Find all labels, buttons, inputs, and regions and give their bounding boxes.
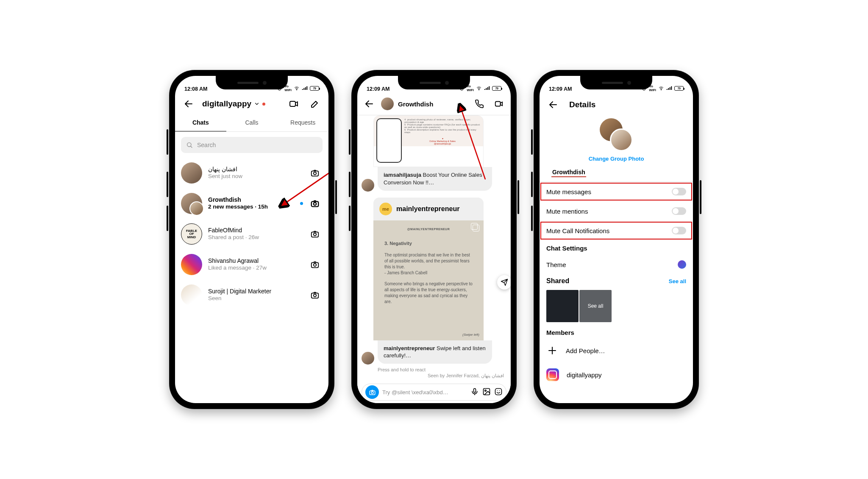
svg-rect-2 — [290, 101, 295, 106]
avatar — [181, 254, 202, 275]
chat-item[interactable]: افشان پنهانSent just now — [181, 158, 323, 188]
toggle[interactable] — [672, 207, 686, 215]
repost-avatar: me — [379, 203, 392, 215]
group-photo[interactable] — [600, 118, 633, 151]
instagram-logo-icon — [546, 368, 559, 381]
camera-icon[interactable] — [307, 165, 323, 181]
video-call-icon[interactable] — [491, 96, 506, 111]
share-fab[interactable] — [497, 275, 511, 290]
setting-mute-mentions[interactable]: Mute mentions — [540, 201, 693, 221]
status-time: 12:09 AM — [367, 86, 389, 92]
section-members: Members — [540, 325, 693, 339]
sticker-icon[interactable] — [494, 387, 503, 397]
avatar — [181, 284, 202, 306]
dm-header: digitallyappy — [175, 93, 328, 114]
plus-icon — [546, 345, 558, 356]
change-group-photo[interactable]: Change Group Photo — [540, 153, 693, 168]
section-shared: Shared — [546, 277, 569, 285]
back-icon[interactable] — [362, 96, 377, 111]
gallery-icon[interactable] — [482, 387, 491, 397]
group-name[interactable]: Growthdish — [551, 168, 586, 177]
react-hint: Press and hold to react — [357, 365, 511, 372]
tab-requests[interactable]: Requests — [277, 114, 328, 131]
seen-by: Seen by Jennifer Farzad, افشان پنهان — [357, 372, 511, 381]
svg-rect-20 — [474, 388, 476, 392]
camera-icon[interactable] — [307, 196, 323, 211]
audio-call-icon[interactable] — [472, 96, 487, 111]
chevron-down-icon — [254, 101, 260, 107]
see-all-link[interactable]: See all — [669, 278, 686, 284]
chat-item[interactable]: Shivanshu AgrawalLiked a message · 27w — [181, 250, 323, 279]
status-time: 12:08 AM — [184, 86, 207, 92]
battery-icon: 79 — [492, 86, 501, 91]
signal-icon — [302, 86, 308, 91]
shared-post-image[interactable]: 4 product showing photo of reviewer, nam… — [373, 115, 484, 167]
shared-thumbnail[interactable] — [546, 290, 579, 322]
tab-chats[interactable]: Chats — [175, 114, 226, 131]
message-row: iamsahiljasuja Boost Your Online Sales C… — [357, 167, 511, 191]
toggle[interactable] — [672, 188, 686, 195]
chat-item[interactable]: Growthdish2 new messages · 15h — [181, 189, 323, 218]
avatar — [181, 162, 202, 184]
video-call-icon[interactable] — [286, 96, 301, 111]
camera-icon[interactable] — [307, 257, 323, 272]
battery-icon: 79 — [674, 86, 684, 91]
avatar: FABLEOFMIND — [181, 223, 202, 245]
message-caption[interactable]: mainlyentrepreneur Swipe left and listen… — [378, 340, 492, 364]
svg-point-22 — [485, 390, 486, 391]
signal-icon — [666, 86, 672, 91]
wifi-icon — [294, 86, 300, 91]
repost-image[interactable]: @MAINLYENTREPRENEUR 3. Negativity The op… — [373, 220, 484, 340]
section-chat-settings: Chat Settings — [540, 240, 693, 254]
camera-button[interactable] — [365, 385, 379, 399]
svg-point-11 — [314, 264, 316, 266]
chat-avatar[interactable] — [381, 97, 394, 110]
shared-tiles: See all — [540, 287, 693, 325]
mic-icon[interactable] — [470, 387, 479, 397]
back-icon[interactable] — [545, 97, 561, 112]
group-avatar — [181, 193, 202, 214]
compose-icon[interactable] — [307, 96, 323, 111]
svg-point-5 — [314, 172, 316, 175]
sender-avatar[interactable] — [362, 179, 374, 192]
svg-point-7 — [314, 203, 316, 205]
details-header: Details — [540, 93, 693, 117]
svg-rect-17 — [495, 102, 501, 106]
chat-item[interactable]: FABLEOFMIND FableOfMindShared a post · 2… — [181, 219, 323, 249]
svg-point-26 — [661, 90, 662, 90]
shared-thumbnail-see-all[interactable]: See all — [579, 290, 612, 322]
chat-header: Growthdish — [357, 93, 511, 115]
message-caption[interactable]: iamsahiljasuja Boost Your Online Sales C… — [378, 167, 492, 190]
member-item[interactable]: digitallyappy — [540, 362, 693, 387]
camera-icon[interactable] — [307, 287, 323, 303]
setting-mute-messages[interactable]: Mute messages — [540, 182, 693, 201]
repost-header[interactable]: me mainlyentrepreneur — [373, 198, 484, 220]
compose-bar: Try @silent \xed\xa0\xbd… — [357, 381, 511, 403]
account-switcher[interactable]: digitallyappy — [202, 99, 265, 109]
carousel-icon — [473, 225, 479, 231]
chat-title[interactable]: Growthdish — [398, 100, 467, 108]
search-input[interactable]: Search — [181, 137, 323, 153]
search-icon — [186, 142, 193, 148]
svg-point-9 — [314, 233, 316, 236]
setting-theme[interactable]: Theme — [540, 254, 693, 275]
wifi-icon — [476, 86, 482, 91]
message-row: mainlyentrepreneur Swipe left and listen… — [357, 340, 511, 365]
signal-icon — [484, 86, 490, 91]
theme-swatch — [678, 260, 686, 269]
phone-frame-3: 12:09 AM VoWiFi 79 Details Change Group … — [534, 70, 699, 409]
battery-icon: 79 — [310, 86, 319, 91]
sender-avatar[interactable] — [362, 352, 374, 365]
page-title: Details — [569, 100, 595, 109]
svg-point-19 — [371, 391, 373, 393]
camera-icon[interactable] — [307, 226, 323, 242]
setting-mute-calls[interactable]: Mute Call Notifications — [540, 221, 693, 240]
back-icon[interactable] — [181, 96, 196, 111]
status-time: 12:09 AM — [549, 86, 572, 92]
add-people[interactable]: Add People… — [540, 339, 693, 362]
svg-point-1 — [297, 90, 297, 90]
tab-calls[interactable]: Calls — [226, 114, 278, 131]
toggle[interactable] — [672, 227, 686, 234]
message-input[interactable]: Try @silent \xed\xa0\xbd… — [362, 384, 506, 401]
chat-item[interactable]: Surojit | Digital MarketerSeen — [181, 280, 323, 310]
